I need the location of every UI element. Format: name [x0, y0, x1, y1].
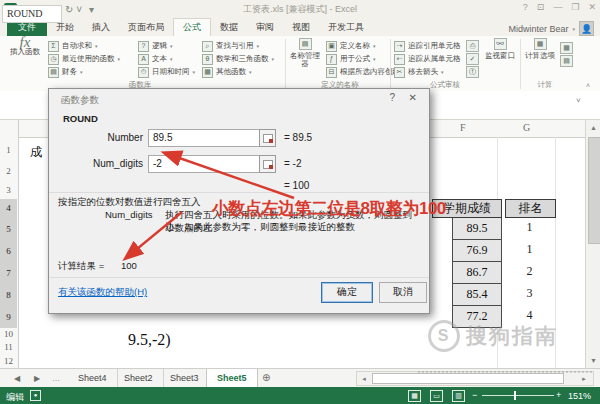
view-page-break-icon[interactable]: ▥ — [452, 390, 465, 402]
numdigits-input[interactable]: -2 — [148, 155, 264, 173]
ok-button[interactable]: 确定 — [321, 282, 373, 303]
use-in-formula-icon: ƒ — [326, 54, 337, 65]
tab-developer[interactable]: 开发工具 — [319, 19, 373, 36]
create-from-selection-button[interactable]: ⊟根据所选内容创建 — [326, 66, 382, 78]
watch-window-button[interactable]: 👓 监视窗口 — [484, 38, 516, 60]
tab-view[interactable]: 视图 — [283, 19, 319, 36]
vertical-scrollbar[interactable]: ▲ ▼ — [585, 120, 600, 368]
number-input[interactable]: 89.5 — [148, 129, 264, 147]
column-header-f[interactable]: F — [460, 122, 466, 133]
rank-cell[interactable]: 2 — [505, 264, 554, 279]
remove-arrows-button[interactable]: ✂移去箭头▾ — [394, 66, 464, 78]
evaluate-formula-icon[interactable]: ⓕ — [466, 66, 479, 78]
row-header[interactable]: 2 — [0, 161, 17, 182]
ribbon-collapse-icon[interactable]: ˄ — [586, 82, 590, 89]
restore-button[interactable]: ❐ — [571, 2, 579, 12]
sheet-nav-right-icon[interactable]: ▶ — [34, 374, 40, 383]
tab-data[interactable]: 数据 — [211, 19, 247, 36]
column-header-g[interactable]: G — [523, 122, 530, 133]
tab-formulas[interactable]: 公式 — [173, 18, 211, 36]
score-cell[interactable]: 86.7 — [452, 262, 502, 284]
tab-page-layout[interactable]: 页面布局 — [119, 19, 173, 36]
trace-dependents-button[interactable]: ⇠追踪从属单元格 — [394, 53, 464, 65]
zoom-in-button[interactable]: + — [556, 390, 561, 400]
row-header[interactable]: 9 — [0, 306, 17, 328]
math-trig-button[interactable]: θ数学和三角函数▾ — [202, 53, 282, 65]
number-range-button[interactable] — [259, 129, 276, 147]
row-header[interactable]: 11 — [0, 341, 17, 354]
row-header[interactable]: 7 — [0, 262, 17, 284]
rank-header-cell[interactable]: 排名 — [505, 199, 556, 218]
calculate-now-icon[interactable]: ▦ — [560, 42, 573, 54]
formula-result: = 100 — [284, 180, 309, 191]
zoom-out-button[interactable]: − — [472, 390, 477, 400]
rank-cell[interactable]: 1 — [505, 220, 554, 235]
row-header[interactable]: 8 — [0, 284, 17, 306]
minimize-button[interactable]: — — [553, 2, 562, 12]
sheet-nav-left-icon[interactable]: ◀ — [14, 374, 20, 383]
row-header[interactable]: 3 — [0, 182, 17, 199]
datetime-button[interactable]: ⏱日期和时间▾ — [138, 66, 198, 78]
row-header[interactable]: 10 — [0, 328, 17, 341]
score-cell[interactable]: 76.9 — [452, 240, 502, 262]
ribbon-options-button[interactable]: ⊡ — [537, 2, 545, 12]
more-functions-button[interactable]: ▦其他函数▾ — [202, 66, 282, 78]
view-page-layout-icon[interactable]: ▭ — [430, 390, 443, 402]
trace-precedents-button[interactable]: ⇢追踪引用单元格 — [394, 40, 464, 52]
financial-button[interactable]: ▤财务▾ — [48, 66, 134, 78]
formula-bar-chevron-icon[interactable]: ˅ — [576, 96, 581, 105]
insert-function-button[interactable]: fx 插入函数 — [6, 38, 44, 56]
recent-functions-button[interactable]: ◷最近使用的函数▾ — [48, 53, 134, 65]
calculate-sheet-icon[interactable]: ▤ — [560, 55, 573, 67]
row-header[interactable]: 6 — [0, 240, 17, 262]
close-button[interactable]: ✕ — [588, 2, 596, 12]
view-normal-icon[interactable]: ▦ — [408, 390, 421, 402]
vertical-scroll-thumb[interactable] — [588, 137, 600, 244]
logical-button[interactable]: ?逻辑▾ — [138, 40, 198, 52]
define-name-button[interactable]: ▣定义名称▾ — [326, 40, 382, 52]
add-sheet-button[interactable]: ⊕ — [262, 372, 270, 383]
zoom-slider[interactable] — [482, 395, 554, 396]
cell-a1[interactable]: 成 — [30, 144, 42, 161]
macro-record-icon[interactable]: ● — [30, 390, 41, 401]
use-in-formula-button[interactable]: ƒ用于公式▾ — [326, 53, 382, 65]
text-button[interactable]: A文本▾ — [138, 53, 198, 65]
dialog-help-button[interactable]: ? — [389, 92, 395, 103]
help-link[interactable]: 有关该函数的帮助(H) — [58, 286, 147, 299]
tab-sheet4[interactable]: Sheet4 — [68, 369, 118, 387]
cell-formula-text[interactable]: 9.5,-2) — [128, 331, 171, 349]
error-checking-icon[interactable]: ✓ — [466, 53, 479, 65]
calculation-options-button[interactable]: ▦ 计算选项 — [524, 38, 556, 60]
numdigits-range-button[interactable] — [259, 155, 276, 173]
tab-sheet3[interactable]: Sheet3 — [160, 369, 210, 387]
scroll-down-icon[interactable]: ▼ — [586, 353, 600, 368]
autosum-button[interactable]: Σ自动求和▾ — [48, 40, 134, 52]
name-box[interactable]: ROUND — [2, 5, 62, 23]
score-cell[interactable]: 85.4 — [452, 284, 502, 306]
zoom-slider-handle[interactable] — [514, 391, 516, 400]
rank-cell[interactable]: 1 — [505, 242, 554, 257]
sheet-more-icon[interactable]: … — [52, 374, 60, 383]
tab-insert[interactable]: 插入 — [83, 19, 119, 36]
row-header[interactable]: 5 — [0, 218, 17, 240]
tab-sheet5[interactable]: Sheet5 — [206, 369, 258, 388]
math-trig-icon: θ — [202, 54, 213, 65]
row-header[interactable]: 12 — [0, 354, 17, 368]
lookup-reference-button[interactable]: ⌕查找与引用▾ — [202, 40, 282, 52]
show-formulas-icon[interactable]: ⎙ — [466, 40, 479, 52]
rank-cell[interactable]: 3 — [505, 286, 554, 301]
help-button[interactable]: ? — [523, 2, 528, 12]
tab-review[interactable]: 审阅 — [247, 19, 283, 36]
scroll-up-icon[interactable]: ▲ — [586, 120, 600, 135]
score-cell[interactable]: 89.5 — [452, 218, 502, 240]
name-manager-button[interactable]: ▤ 名称管理器 — [288, 38, 322, 68]
zoom-level[interactable]: 151% — [568, 391, 591, 401]
row-header[interactable]: 1 — [0, 140, 17, 161]
dialog-close-icon[interactable]: ✕ — [409, 92, 417, 103]
tab-sheet2[interactable]: Sheet2 — [114, 369, 164, 387]
datetime-icon: ⏱ — [138, 67, 149, 78]
account-area[interactable]: Midwinter Bear ▾ 👤 — [508, 21, 594, 36]
cancel-button[interactable]: 取消 — [379, 282, 427, 303]
scroll-left-icon[interactable]: ◂ — [359, 372, 369, 385]
row-header[interactable]: 4 — [0, 199, 17, 218]
